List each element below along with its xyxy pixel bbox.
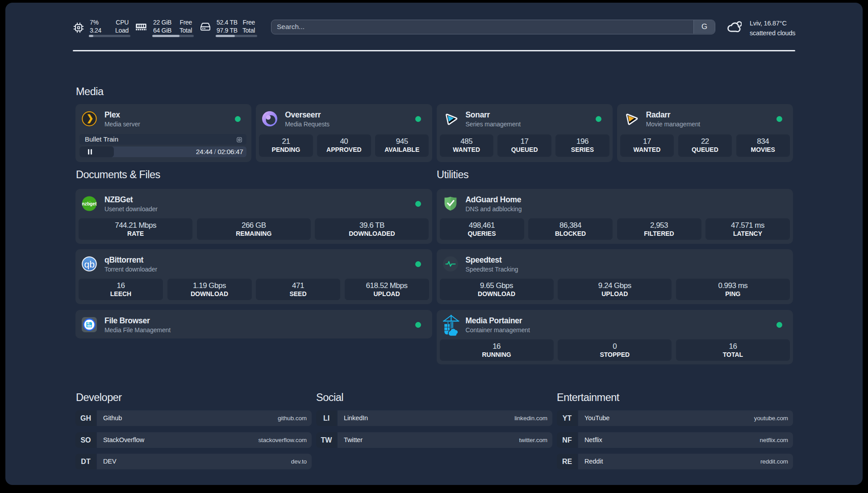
svg-text:qb: qb <box>84 259 95 269</box>
svg-text:nzbget: nzbget <box>82 201 97 206</box>
